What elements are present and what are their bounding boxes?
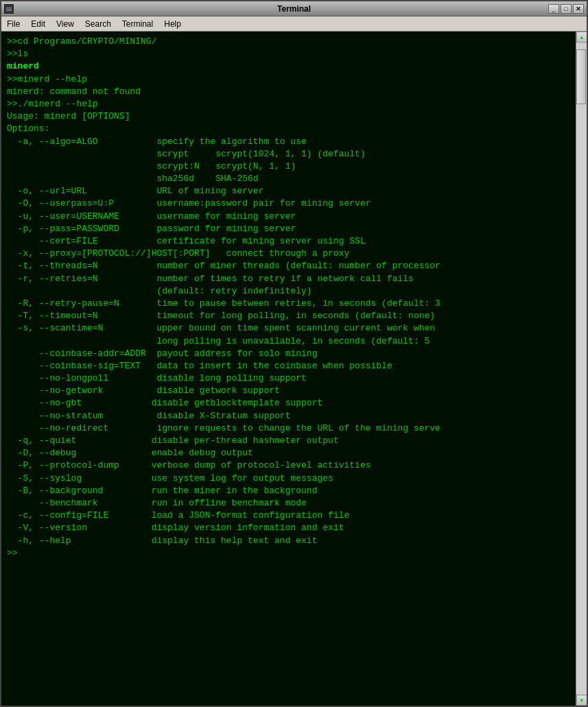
terminal-line: -t, --threads=N number of miner threads … (7, 260, 570, 272)
terminal-line: -O, --userpass=U:P username:password pai… (7, 197, 570, 210)
window-icon (4, 4, 14, 14)
terminal-line: >>minerd --help (7, 73, 570, 86)
title-bar-left (4, 4, 14, 14)
terminal-line: --cert=FILE certificate for mining serve… (7, 235, 570, 248)
terminal-line: long polling is unavailable, in seconds … (7, 335, 570, 348)
menu-view[interactable]: View (51, 18, 80, 30)
close-button[interactable]: ✕ (573, 4, 584, 14)
terminal-line: --no-redirect ignore requests to change … (7, 422, 570, 435)
terminal-line: scrypt:N scrypt(N, 1, 1) (7, 160, 570, 173)
terminal-line: minerd (7, 60, 570, 73)
terminal-line: -V, --version display version informatio… (7, 522, 570, 534)
menu-bar: File Edit View Search Terminal Help (1, 16, 587, 32)
scroll-down-button[interactable]: ▼ (576, 695, 587, 706)
terminal-line: --no-getwork disable getwork support (7, 385, 570, 397)
terminal-line: >>./minerd --help (7, 98, 570, 110)
terminal-line: -u, --user=USERNAME username for mining … (7, 211, 570, 223)
scroll-thumb[interactable] (576, 49, 586, 104)
terminal-line: Usage: minerd [OPTIONS] (7, 110, 570, 123)
scroll-track (576, 43, 587, 695)
terminal-line: -R, --retry-pause=N time to pause betwee… (7, 298, 570, 310)
svg-rect-1 (6, 8, 12, 8)
svg-rect-2 (6, 9, 12, 10)
menu-file[interactable]: File (1, 18, 25, 30)
terminal-line: scrypt scrypt(1024, 1, 1) (default) (7, 148, 570, 160)
terminal-line: --benchmark run in offline benchmark mod… (7, 497, 570, 510)
window-title: Terminal (277, 4, 311, 14)
terminal-line: --no-longpoll disable long polling suppo… (7, 372, 570, 385)
menu-terminal[interactable]: Terminal (117, 18, 158, 30)
terminal-wrapper: >>cd Programs/CRYPTO/MINING/>>lsminerd>>… (1, 32, 587, 706)
terminal-line: --coinbase-sig=TEXT data to insert in th… (7, 360, 570, 372)
scroll-up-button[interactable]: ▲ (576, 32, 587, 43)
minimize-button[interactable]: _ (548, 4, 559, 14)
terminal-line: minerd: command not found (7, 86, 570, 98)
terminal-line: -D, --debug enable debug output (7, 447, 570, 459)
terminal-line: --no-stratum disable X-Stratum support (7, 410, 570, 422)
title-bar: Terminal _ □ ✕ (1, 1, 587, 16)
menu-search[interactable]: Search (80, 18, 117, 30)
terminal-line: -T, --timeout=N timeout for long polling… (7, 310, 570, 322)
terminal-line: -s, --scantime=N upper bound on time spe… (7, 322, 570, 335)
terminal-window: Terminal _ □ ✕ File Edit View Search Ter… (0, 0, 588, 707)
menu-edit[interactable]: Edit (25, 18, 51, 30)
terminal-line: -a, --algo=ALGO specify the algorithm to… (7, 136, 570, 148)
terminal-line: -p, --pass=PASSWORD password for mining … (7, 223, 570, 235)
terminal-line: (default: retry indefinitely) (7, 285, 570, 298)
terminal-line: sha256d SHA-256d (7, 173, 570, 185)
terminal-content[interactable]: >>cd Programs/CRYPTO/MINING/>>lsminerd>>… (1, 32, 576, 706)
terminal-line: -B, --background run the miner in the ba… (7, 485, 570, 497)
terminal-line: -q, --quiet disable per-thread hashmeter… (7, 435, 570, 447)
terminal-line: >> (7, 547, 570, 560)
menu-help[interactable]: Help (158, 18, 187, 30)
window-controls: _ □ ✕ (548, 4, 584, 14)
terminal-line: --coinbase-addr=ADDR payout address for … (7, 348, 570, 360)
terminal-line: -r, --retries=N number of times to retry… (7, 273, 570, 285)
terminal-line: >>ls (7, 48, 570, 60)
restore-button[interactable]: □ (561, 4, 572, 14)
terminal-line: -x, --proxy=[PROTOCOL://]HOST[:PORT] con… (7, 248, 570, 260)
scrollbar[interactable]: ▲ ▼ (576, 32, 587, 706)
svg-rect-3 (6, 10, 12, 11)
terminal-line: >>cd Programs/CRYPTO/MINING/ (7, 36, 570, 48)
terminal-line: -c, --config=FILE load a JSON-format con… (7, 510, 570, 522)
terminal-line: --no-gbt disable getblocktemplate suppor… (7, 397, 570, 409)
terminal-line: -o, --url=URL URL of mining server (7, 185, 570, 197)
terminal-line: -h, --help display this help text and ex… (7, 535, 570, 547)
terminal-line: -S, --syslog use system log for output m… (7, 472, 570, 485)
terminal-line: -P, --protocol-dump verbose dump of prot… (7, 459, 570, 472)
terminal-line: Options: (7, 123, 570, 135)
